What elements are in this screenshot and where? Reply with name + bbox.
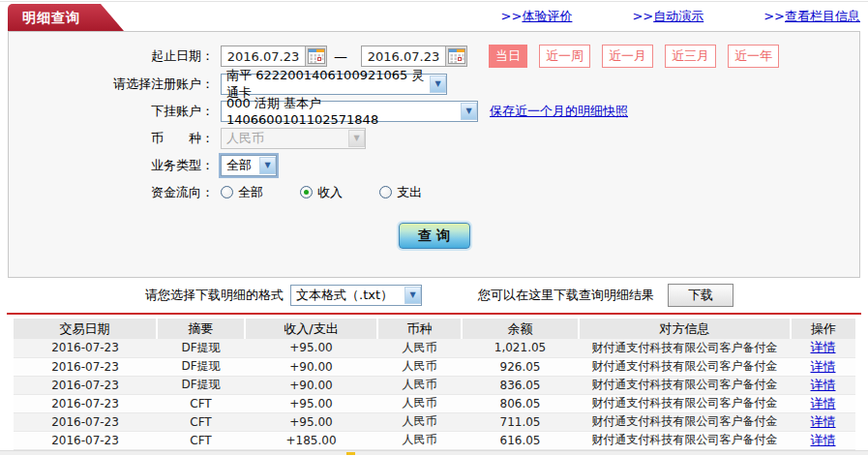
download-button[interactable]: 下载 bbox=[668, 284, 733, 307]
col-header-balance: 余额 bbox=[462, 319, 579, 339]
date-to-input[interactable] bbox=[362, 46, 445, 66]
sub-account-row: 下挂账户： 000 活期 基本户 1406600101102571848 ▼ 保… bbox=[9, 100, 859, 122]
cell-summary: DF提现 bbox=[157, 357, 245, 376]
radio-flow-expense-label: 支出 bbox=[397, 184, 422, 201]
detail-link[interactable]: 详情 bbox=[811, 396, 836, 410]
detail-link[interactable]: 详情 bbox=[811, 359, 836, 374]
calendar-icon bbox=[448, 48, 465, 64]
cell-summary: DF提现 bbox=[157, 376, 245, 394]
col-header-action: 操作 bbox=[791, 319, 855, 339]
cell-counterparty: 财付通支付科技有限公司客户备付金 bbox=[579, 431, 791, 449]
sub-account-label: 下挂账户： bbox=[9, 103, 214, 120]
cell-amount: +95.00 bbox=[245, 412, 377, 431]
radio-flow-all[interactable]: 全部 bbox=[221, 184, 263, 201]
radio-icon bbox=[379, 186, 392, 198]
table-row: 2016-07-23 CFT +95.00 人民币 711.05 财付通支付科技… bbox=[14, 412, 855, 431]
table-row: 2016-07-23 DF提现 +90.00 人民币 836.05 财付通支付科… bbox=[14, 376, 855, 394]
cell-amount: +90.00 bbox=[245, 357, 377, 376]
detail-link[interactable]: 详情 bbox=[811, 414, 836, 429]
nav-links: >>体验评价 >>自动演示 >>查看栏目信息 bbox=[501, 8, 860, 25]
business-type-value: 全部 bbox=[226, 157, 252, 174]
link-prefix: >> bbox=[763, 9, 785, 23]
transactions-table: 交易日期 摘要 收入/支出 币种 余额 对方信息 操作 2016-07-23 D… bbox=[14, 319, 855, 450]
registered-account-row: 请选择注册账户： 南平 6222001406100921065 灵通卡 ▼ bbox=[9, 73, 859, 95]
cell-balance: 1,021.05 bbox=[462, 339, 579, 357]
business-type-select[interactable]: 全部 ▼ bbox=[221, 155, 277, 176]
tab-detail-query[interactable]: 明细查询 bbox=[8, 4, 124, 31]
download-format-select[interactable]: 文本格式（.txt） ▼ bbox=[290, 285, 422, 306]
cell-currency: 人民币 bbox=[377, 412, 462, 431]
calendar-button[interactable] bbox=[305, 46, 326, 66]
cell-balance: 926.05 bbox=[462, 357, 579, 376]
quick-range-year[interactable]: 近一年 bbox=[728, 45, 779, 68]
registered-account-select[interactable]: 南平 6222001406100921065 灵通卡 ▼ bbox=[221, 74, 447, 95]
cell-balance: 806.05 bbox=[462, 394, 579, 412]
currency-value: 人民币 bbox=[226, 130, 264, 147]
cell-date: 2016-07-23 bbox=[14, 394, 157, 412]
cell-date: 2016-07-23 bbox=[14, 376, 157, 394]
footer-strip bbox=[0, 450, 868, 455]
table-row: 2016-07-23 DF提现 +90.00 人民币 926.05 财付通支付科… bbox=[14, 357, 855, 376]
detail-link[interactable]: 详情 bbox=[811, 340, 836, 354]
chevron-down-icon: ▼ bbox=[404, 287, 421, 304]
nav-link-auto-demo[interactable]: >>自动演示 bbox=[632, 8, 703, 25]
cell-date: 2016-07-23 bbox=[14, 339, 157, 357]
cell-summary: CFT bbox=[157, 431, 245, 449]
cell-balance: 711.05 bbox=[462, 412, 579, 431]
sub-account-select[interactable]: 000 活期 基本户 1406600101102571848 ▼ bbox=[221, 101, 478, 122]
col-header-counterparty: 对方信息 bbox=[579, 319, 791, 339]
download-bar: 请您选择下载明细的格式 文本格式（.txt） ▼ 您可以在这里下载查询明细结果 … bbox=[0, 278, 868, 313]
currency-select-disabled: 人民币 ▼ bbox=[221, 128, 366, 149]
cell-balance: 616.05 bbox=[462, 431, 579, 449]
date-range-label: 起止日期： bbox=[9, 47, 214, 65]
save-monthly-snapshot-link[interactable]: 保存近一个月的明细快照 bbox=[490, 103, 628, 120]
quick-range-week[interactable]: 近一周 bbox=[539, 45, 590, 68]
calendar-button[interactable] bbox=[445, 46, 466, 66]
chevron-down-icon: ▼ bbox=[348, 130, 365, 147]
cell-amount: +90.00 bbox=[245, 376, 377, 394]
cell-date: 2016-07-23 bbox=[14, 431, 157, 449]
radio-icon bbox=[221, 186, 233, 198]
quick-range-today[interactable]: 当日 bbox=[489, 45, 527, 68]
chevron-down-icon: ▼ bbox=[430, 76, 446, 93]
quick-range-quarter[interactable]: 近三月 bbox=[665, 45, 716, 68]
col-header-amount: 收入/支出 bbox=[245, 319, 377, 339]
currency-label: 币 种： bbox=[9, 130, 214, 147]
nav-link-view-column-info[interactable]: >>查看栏目信息 bbox=[763, 8, 860, 25]
col-header-currency: 币种 bbox=[377, 319, 462, 339]
download-hint: 您可以在这里下载查询明细结果 bbox=[478, 287, 654, 304]
query-button[interactable]: 查 询 bbox=[399, 223, 470, 249]
cell-summary: DF提现 bbox=[157, 339, 245, 357]
cell-currency: 人民币 bbox=[377, 339, 462, 357]
table-row: 2016-07-23 CFT +95.00 人民币 806.05 财付通支付科技… bbox=[14, 394, 855, 412]
cell-currency: 人民币 bbox=[377, 357, 462, 376]
date-range-row: 起止日期： — bbox=[9, 45, 859, 68]
radio-flow-income[interactable]: 收入 bbox=[300, 184, 343, 201]
date-from-input[interactable] bbox=[222, 46, 305, 66]
header: 明细查询 >>体验评价 >>自动演示 >>查看栏目信息 bbox=[0, 2, 868, 31]
detail-link[interactable]: 详情 bbox=[811, 378, 836, 392]
cell-date: 2016-07-23 bbox=[14, 357, 157, 376]
table-row: 2016-07-23 DF提现 +95.00 人民币 1,021.05 财付通支… bbox=[14, 339, 855, 357]
table-header-row: 交易日期 摘要 收入/支出 币种 余额 对方信息 操作 bbox=[14, 319, 855, 339]
download-format-value: 文本格式（.txt） bbox=[296, 287, 393, 304]
col-header-summary: 摘要 bbox=[157, 319, 245, 339]
radio-flow-income-label: 收入 bbox=[317, 184, 343, 201]
download-format-label: 请您选择下载明细的格式 bbox=[145, 287, 284, 304]
red-divider bbox=[7, 313, 861, 315]
cell-currency: 人民币 bbox=[377, 431, 462, 449]
cell-counterparty: 财付通支付科技有限公司客户备付金 bbox=[579, 339, 791, 357]
table-row: 2016-07-23 CFT +185.00 人民币 616.05 财付通支付科… bbox=[14, 431, 855, 449]
cell-amount: +185.00 bbox=[245, 431, 377, 449]
quick-range-month[interactable]: 近一月 bbox=[602, 45, 653, 68]
nav-link-experience-feedback[interactable]: >>体验评价 bbox=[501, 8, 573, 25]
chevron-down-icon: ▼ bbox=[259, 157, 276, 174]
sub-account-value: 000 活期 基本户 1406600101102571848 bbox=[226, 95, 456, 127]
cell-currency: 人民币 bbox=[377, 376, 462, 394]
chevron-down-icon: ▼ bbox=[461, 103, 477, 120]
query-form-panel: 起止日期： — bbox=[8, 31, 860, 278]
detail-link[interactable]: 详情 bbox=[811, 433, 836, 447]
fund-flow-label: 资金流向： bbox=[9, 184, 214, 201]
cell-counterparty: 财付通支付科技有限公司客户备付金 bbox=[579, 357, 791, 376]
radio-flow-expense[interactable]: 支出 bbox=[379, 184, 422, 201]
